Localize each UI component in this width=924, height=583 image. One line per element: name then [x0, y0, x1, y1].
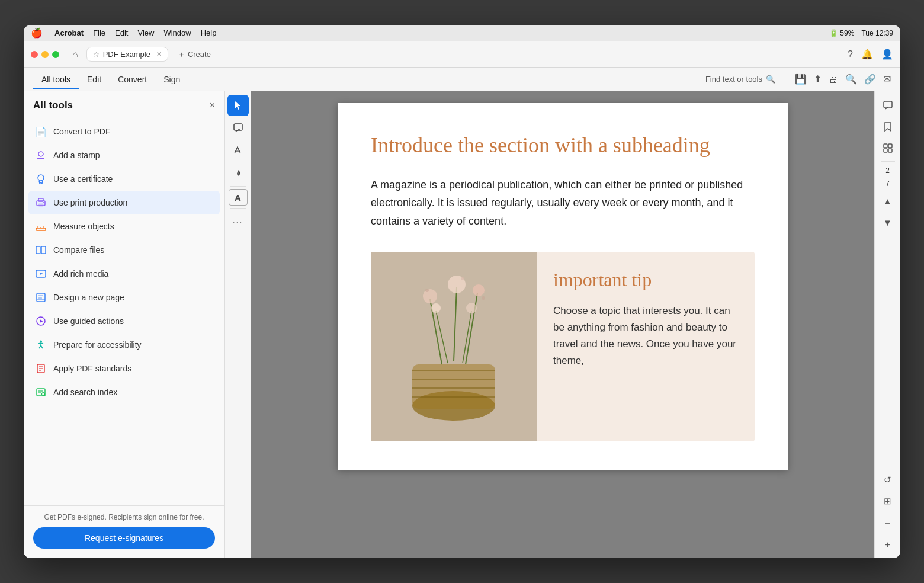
svg-point-21 [40, 341, 42, 343]
close-window-btn[interactable] [31, 51, 38, 58]
tool-compare-files[interactable]: Compare files [28, 238, 220, 262]
new-tab-button[interactable]: ＋ Create [173, 47, 216, 62]
menu-window[interactable]: Window [163, 28, 191, 37]
tab-close-btn[interactable]: ✕ [156, 50, 162, 58]
tool-print-production[interactable]: Use print production Preview, preflight,… [28, 191, 220, 214]
sidebar-script-text: important tip [553, 268, 738, 291]
minimize-window-btn[interactable] [41, 51, 49, 58]
zoom-icon[interactable]: 🔍 [845, 73, 857, 85]
plus-icon: ＋ [178, 49, 185, 60]
svg-rect-54 [884, 144, 887, 148]
svg-point-47 [473, 284, 485, 296]
tab-edit[interactable]: Edit [79, 70, 110, 89]
svg-rect-53 [884, 101, 892, 108]
panel-title: All tools [33, 100, 73, 111]
find-bar[interactable]: Find text or tools 🔍 [705, 75, 775, 84]
svg-rect-16 [38, 295, 43, 296]
rich-media-icon [34, 267, 47, 280]
menu-help[interactable]: Help [201, 28, 217, 37]
scan-btn[interactable]: ⊞ [878, 492, 897, 511]
comment-tool-btn[interactable] [227, 117, 249, 139]
maximize-window-btn[interactable] [52, 51, 59, 58]
vt-separator-2 [230, 208, 246, 209]
panel-close-btn[interactable]: × [210, 100, 215, 111]
doc-body-text: A magazine is a periodical publication, … [371, 176, 755, 230]
thumbnails-panel-btn[interactable] [878, 139, 897, 158]
notifications-icon[interactable]: 🔔 [861, 49, 873, 60]
tool-convert-pdf[interactable]: 📄 Convert to PDF [28, 120, 220, 143]
tool-label-convert-pdf: Convert to PDF [53, 127, 110, 136]
page-num-2: 2 [886, 166, 890, 175]
svg-point-48 [431, 303, 441, 313]
compare-files-icon [34, 244, 47, 257]
svg-point-50 [425, 289, 429, 292]
svg-rect-56 [884, 149, 887, 152]
link-icon[interactable]: 🔗 [864, 73, 876, 85]
tool-label-search-index: Add search index [53, 387, 117, 397]
svg-rect-17 [38, 297, 42, 299]
zoom-in-btn[interactable]: + [878, 534, 897, 553]
menu-file[interactable]: File [93, 28, 105, 37]
svg-rect-35 [412, 364, 495, 409]
annotations-panel-btn[interactable] [878, 96, 897, 115]
title-bar: ⌂ ☆ PDF Example ✕ ＋ Create ? 🔔 👤 [24, 41, 900, 68]
tab-all-tools[interactable]: All tools [33, 70, 79, 89]
tool-guided-actions[interactable]: Use guided actions [28, 309, 220, 333]
tool-label-pdf-standards: Apply PDF standards [53, 364, 131, 373]
tool-certificate[interactable]: Use a certificate [28, 167, 220, 191]
tools-list: 📄 Convert to PDF Add a stamp [24, 117, 224, 505]
zoom-out-btn[interactable]: − [878, 513, 897, 532]
text-format-btn[interactable]: A [229, 189, 248, 206]
scroll-up-btn[interactable]: ▲ [878, 191, 897, 210]
menu-right-items: 🔋 59% Tue 12:39 [829, 29, 893, 37]
doc-page: Introduce the section with a subheading … [338, 103, 788, 470]
tab-sign[interactable]: Sign [155, 70, 188, 89]
svg-point-6 [43, 202, 44, 203]
toolbar-right: Find text or tools 🔍 💾 ⬆ 🖨 🔍 🔗 ✉ [705, 73, 891, 85]
account-icon[interactable]: 👤 [881, 49, 893, 60]
edit-text-btn[interactable] [227, 140, 249, 161]
tab-convert[interactable]: Convert [110, 70, 155, 89]
svg-rect-1 [37, 158, 44, 159]
save-icon[interactable]: 💾 [795, 73, 807, 85]
home-button[interactable]: ⌂ [72, 49, 78, 60]
mac-window: 🍎 Acrobat File Edit View Window Help 🔋 5… [24, 25, 900, 558]
scroll-down-btn[interactable]: ▼ [878, 213, 897, 232]
tool-search-index[interactable]: Add search index [28, 380, 220, 404]
bookmarks-panel-btn[interactable] [878, 117, 897, 136]
tool-rich-media[interactable]: Add rich media [28, 262, 220, 286]
menu-edit[interactable]: Edit [115, 28, 128, 37]
tool-accessibility[interactable]: Prepare for accessibility [28, 333, 220, 357]
tool-measure-objects[interactable]: Measure objects [28, 214, 220, 238]
print-icon[interactable]: 🖨 [829, 74, 838, 85]
design-page-icon [34, 291, 47, 304]
rotate-btn[interactable]: ↺ [878, 470, 897, 489]
select-tool-btn[interactable] [227, 95, 249, 116]
svg-rect-55 [888, 144, 892, 148]
svg-rect-57 [888, 149, 892, 152]
crop-tool-btn[interactable] [227, 162, 249, 184]
footer-text: Get PDFs e-signed. Recipients sign onlin… [33, 513, 215, 521]
tool-pdf-standards[interactable]: Apply PDF standards [28, 357, 220, 380]
upload-icon[interactable]: ⬆ [814, 73, 822, 85]
document-area: Introduce the section with a subheading … [251, 91, 874, 558]
more-tools-btn[interactable]: ··· [227, 211, 249, 232]
request-signatures-button[interactable]: Request e-signatures [33, 527, 215, 549]
help-icon[interactable]: ? [848, 49, 853, 60]
menu-view[interactable]: View [137, 28, 154, 37]
star-icon: ☆ [93, 50, 100, 59]
email-icon[interactable]: ✉ [883, 73, 891, 85]
panel-footer: Get PDFs e-signed. Recipients sign onlin… [24, 505, 224, 558]
panel-header: All tools × [24, 91, 224, 117]
svg-rect-4 [38, 198, 43, 201]
doc-image [371, 252, 537, 441]
search-icon: 🔍 [766, 75, 775, 84]
tool-label-design-page: Design a new page [53, 293, 124, 302]
add-stamp-icon [34, 149, 47, 162]
tool-add-stamp[interactable]: Add a stamp [28, 143, 220, 167]
main-area: All tools × 📄 Convert to PDF Add a stam [24, 91, 900, 558]
app-name: Acrobat [54, 28, 84, 37]
pdf-tab[interactable]: ☆ PDF Example ✕ [86, 47, 168, 62]
svg-marker-14 [40, 273, 43, 275]
tool-design-page[interactable]: Design a new page [28, 286, 220, 309]
